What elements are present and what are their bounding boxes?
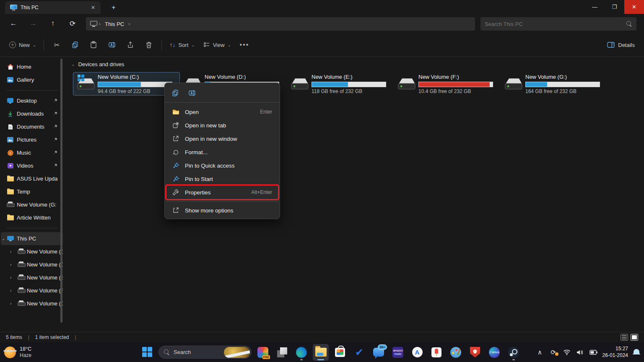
tray-clock[interactable]: 15:27 26-01-2024 [602, 346, 628, 359]
refresh-icon[interactable]: ⟳ [66, 17, 79, 30]
close-button[interactable]: ✕ [624, 0, 644, 14]
chevron-right-icon[interactable]: › [10, 262, 15, 267]
sidebar-tree-drive-f[interactable]: › New Volume (F [1, 284, 63, 297]
weather-widget[interactable]: 18°C Haze [4, 346, 31, 359]
sidebar-item-downloads[interactable]: Downloads [1, 107, 63, 120]
breadcrumb[interactable]: › This PC › [86, 17, 475, 31]
sidebar-item-new-volume-g[interactable]: New Volume (G: [1, 198, 63, 211]
search-input[interactable] [485, 21, 626, 27]
this-pc-icon [7, 235, 14, 242]
start-button[interactable] [142, 347, 153, 357]
taskbar-file-explorer-icon[interactable] [313, 344, 329, 361]
search-highlight-image[interactable] [224, 347, 250, 358]
taskbar-office-icon[interactable]: PRE [255, 344, 271, 361]
sidebar-item-asus-live-update[interactable]: ASUS Live Upda [1, 172, 63, 185]
sidebar-tree-drive-c[interactable]: › New Volume (C [1, 245, 63, 258]
sidebar-item-music[interactable]: ♪ Music [1, 146, 63, 159]
folder-icon [7, 176, 14, 182]
forward-icon[interactable]: → [27, 17, 39, 30]
sidebar-tree-drive-g[interactable]: › New Volume (G [1, 297, 63, 310]
sort-button[interactable]: ↑↓ Sort ⌄ [165, 39, 199, 51]
tab-this-pc[interactable]: This PC ✕ [5, 1, 101, 14]
large-icons-view-icon[interactable] [631, 334, 638, 341]
system-drive-icon [18, 248, 25, 255]
restore-button[interactable]: ❐ [605, 0, 624, 14]
taskbar-chat-icon[interactable]: 99+ [371, 344, 387, 361]
taskbar-search[interactable]: Search [158, 346, 252, 359]
tray-date: 26-01-2024 [602, 352, 628, 359]
minimize-button[interactable]: — [585, 0, 605, 14]
taskbar-brave-icon[interactable] [467, 344, 483, 361]
menu-item-open-in-new-window[interactable]: Open in new window [166, 132, 278, 145]
taskbar-popsicle-app-icon[interactable] [428, 344, 444, 361]
view-button[interactable]: View ⌄ [199, 39, 235, 51]
taskbar-store-icon[interactable] [332, 344, 348, 361]
details-view-icon[interactable] [621, 334, 628, 341]
drive-tile-c[interactable]: New Volume (C:) 94.4 GB free of 222 GB [73, 72, 180, 96]
back-icon[interactable]: ← [7, 17, 20, 30]
hidden-icons-chevron[interactable]: ∧ [535, 349, 545, 356]
update-sync-icon[interactable]: ⟳ [549, 349, 558, 356]
wifi-icon[interactable] [562, 349, 571, 355]
breadcrumb-this-pc[interactable]: This PC [105, 21, 124, 27]
menu-item-properties[interactable]: Properties Alt+Enter [166, 186, 278, 199]
paste-button[interactable] [86, 39, 101, 51]
delete-button[interactable] [142, 39, 156, 51]
menu-item-open[interactable]: Open Enter [166, 105, 278, 119]
section-devices-and-drives[interactable]: ⌄ Devices and drives [71, 61, 124, 67]
cut-button[interactable]: ✂ [49, 39, 64, 51]
trash-icon [145, 41, 153, 49]
taskbar-edge-icon[interactable] [293, 344, 309, 361]
details-pane-button[interactable]: Details [607, 41, 635, 48]
new-tab-button[interactable]: + [108, 2, 119, 13]
chevron-right-icon[interactable]: › [10, 288, 15, 293]
taskbar-steam-icon[interactable] [506, 344, 522, 361]
menu-item-format[interactable]: Format... [166, 145, 278, 159]
chevron-down-icon[interactable]: ⌄ [2, 236, 7, 241]
sidebar-item-gallery[interactable]: Gallery [1, 73, 63, 86]
sidebar-item-this-pc[interactable]: ⌄ This PC [1, 232, 63, 245]
rename-button[interactable] [105, 39, 119, 51]
chevron-right-icon[interactable]: › [10, 301, 15, 306]
rename-button[interactable] [185, 87, 199, 99]
taskbar-canva-icon[interactable]: Canva [486, 344, 502, 361]
battery-icon[interactable] [589, 350, 598, 355]
menu-item-open-in-new-tab[interactable]: Open in new tab [166, 119, 278, 132]
drive-tile-e[interactable]: New Volume (E:) 118 GB free of 232 GB [287, 72, 394, 96]
sidebar-item-temp[interactable]: Temp [1, 185, 63, 198]
copy-button[interactable] [168, 87, 182, 99]
taskbar-todo-icon[interactable]: ✔ [351, 344, 367, 361]
sidebar-item-desktop[interactable]: Desktop [1, 94, 63, 107]
more-options-button[interactable]: ••• [237, 39, 252, 51]
sidebar-tree-drive-d[interactable]: › New Volume (D [1, 258, 63, 271]
chevron-down-icon[interactable]: ⌄ [71, 62, 75, 67]
copy-button[interactable] [68, 39, 82, 51]
taskbar-paint-icon[interactable] [448, 344, 464, 361]
sidebar-item-home[interactable]: Home [1, 60, 63, 73]
drive-tile-g[interactable]: New Volume (G:) 164 GB free of 232 GB [501, 72, 608, 96]
tab-close-icon[interactable]: ✕ [89, 3, 97, 12]
menu-item-show-more-options[interactable]: Show more options [166, 204, 278, 217]
sidebar-tree-drive-e[interactable]: › New Volume (E [1, 271, 63, 284]
drive-tile-f[interactable]: New Volume (F:) 10.4 GB free of 232 GB [394, 72, 501, 96]
search-box[interactable] [480, 17, 636, 31]
sidebar-item-pictures[interactable]: Pictures [1, 133, 63, 146]
notification-bell-icon[interactable] [632, 348, 641, 357]
new-button[interactable]: + New ⌄ [5, 39, 40, 51]
menu-item-pin-to-start[interactable]: Pin to Start [166, 172, 278, 186]
taskbar: 18°C Haze Search PRE ✔ 99+ amazonmusic A… [0, 342, 644, 362]
taskbar-amazon-music-icon[interactable]: amazonmusic [390, 344, 406, 361]
sidebar-item-article-written[interactable]: Article Written [1, 211, 63, 224]
search-icon[interactable] [626, 21, 632, 27]
sidebar-item-videos[interactable]: Videos [1, 159, 63, 172]
up-icon[interactable]: ↑ [47, 17, 59, 30]
sidebar-scrollbar[interactable] [60, 59, 62, 323]
taskbar-photos-icon[interactable] [274, 344, 290, 361]
chevron-right-icon[interactable]: › [10, 275, 15, 280]
sidebar-item-documents[interactable]: Documents [1, 120, 63, 133]
share-button[interactable] [123, 39, 138, 51]
taskbar-asus-icon[interactable]: A [409, 344, 425, 361]
volume-icon[interactable] [576, 349, 585, 355]
chevron-right-icon[interactable]: › [10, 249, 15, 254]
menu-item-pin-to-quick-access[interactable]: Pin to Quick access [166, 159, 278, 172]
